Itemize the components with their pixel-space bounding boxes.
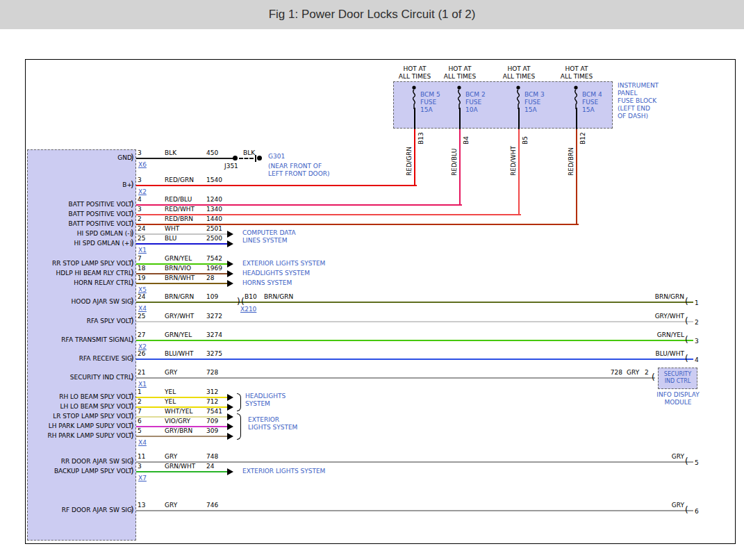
ground-bar-icon: [255, 155, 256, 162]
bcm-pin-label: BATT POSITIVE VOLT: [31, 201, 132, 208]
text-line: FUSE: [420, 99, 440, 106]
system-ref-link[interactable]: HEADLIGHTSSYSTEM: [245, 393, 286, 408]
bcm-pin-label: RH PARK LAMP SUPLY VOLT: [31, 433, 132, 439]
pin-connector-icon: ): [131, 154, 134, 162]
wire-color-label-right: GRY: [629, 502, 684, 509]
pin-number: 21: [138, 370, 145, 376]
bcm-pin-label: RF DOOR AJAR SW SIG: [31, 507, 132, 513]
text-line: BCM 4: [582, 91, 602, 99]
wire-circuit-label: 1340: [206, 206, 222, 213]
pin-number: 1: [695, 300, 699, 306]
system-ref-link[interactable]: EXTERIOR LIGHTS SYSTEM: [242, 468, 325, 475]
fuse-drop-wire: [518, 129, 520, 215]
text-line: HEADLIGHTS SYSTEM: [242, 270, 310, 277]
bcm-pin-label: RR STOP LAMP SPLY VOLT: [31, 261, 132, 267]
hot-at-all-times-label: HOT ATALL TIMES: [497, 65, 540, 81]
connector-ref-link[interactable]: X210: [240, 306, 256, 313]
wire-color-label-right: BLU/WHT: [629, 351, 684, 357]
pin-connector-icon: ): [131, 210, 134, 218]
wire: [136, 461, 693, 463]
pin-connector-icon: ): [131, 269, 134, 277]
pin-connector-icon: (: [685, 506, 688, 514]
connector-ref-link[interactable]: X7: [138, 475, 147, 481]
system-ref-link[interactable]: EXTERIORLIGHTS SYSTEM: [248, 416, 297, 431]
text-line: 10A: [465, 106, 486, 114]
wire-arrow-icon: [227, 433, 233, 440]
security-module-name[interactable]: INFO DISPLAYMODULE: [654, 391, 702, 406]
pin-connector-icon: ): [131, 402, 134, 411]
wire-color-label: BRN/GRN: [264, 294, 293, 300]
system-ref-link[interactable]: EXTERIOR LIGHTS SYSTEM: [242, 260, 325, 267]
text-line: HOT AT: [438, 65, 481, 73]
pin-connector-icon: ): [131, 393, 134, 401]
connector-ref-link[interactable]: X2: [138, 344, 147, 350]
connector-ref-link[interactable]: X4: [138, 440, 147, 446]
system-ref-link[interactable]: COMPUTER DATALINES SYSTEM: [242, 229, 296, 245]
system-ref-link[interactable]: HORNS SYSTEM: [242, 279, 292, 287]
pin-number: 4: [695, 357, 699, 363]
connector-ref-link[interactable]: X1: [138, 247, 147, 254]
pin-connector-icon: (: [652, 373, 655, 381]
splice-dot-icon: [233, 156, 238, 160]
wire-arrow-icon: [227, 423, 233, 430]
text-line: HORNS SYSTEM: [242, 279, 292, 287]
wire-circuit-label: 7541: [206, 409, 222, 415]
wire-circuit-label: 109: [206, 294, 218, 300]
connector-ref-link[interactable]: X4: [138, 306, 147, 312]
pin-number: 13: [138, 502, 145, 509]
fuse-icon: [410, 85, 418, 109]
security-module-box: SECURITYIND CTRL: [658, 368, 697, 389]
wire: [136, 185, 417, 186]
wire-color-label-right: GRY: [627, 370, 639, 376]
bcm-pin-label: B+: [31, 182, 132, 188]
wire-circuit-label: 728: [206, 370, 218, 376]
connector-ref-link[interactable]: X5: [138, 287, 147, 293]
bcm-pin-label: LR STOP LAMP SPLY VOLT: [31, 413, 132, 420]
text-line: HOT AT: [555, 65, 598, 73]
wire-color-label: BRN/GRN: [165, 294, 194, 300]
pin-connector-icon: ): [131, 297, 134, 306]
pin-connector-icon: (: [685, 457, 688, 466]
bcm-pin-label: BATT POSITIVE VOLT: [31, 221, 132, 227]
wire-arrow-icon: [227, 270, 233, 277]
connector-ref-link[interactable]: X2: [138, 189, 147, 195]
wire-arrow-icon: [227, 231, 233, 238]
fuse-drop-wire: [576, 129, 577, 225]
bcm-pin-label: HDLP HI BEAM RLY CTRL: [31, 270, 132, 277]
fuse-label: BCM 4FUSE15A: [582, 91, 602, 114]
ground-ref-link[interactable]: G301: [268, 154, 285, 160]
pin-number: 5: [138, 428, 142, 434]
system-ref-link[interactable]: HEADLIGHTS SYSTEM: [242, 270, 310, 277]
brace-icon: [237, 393, 241, 411]
wire-arrow-icon: [227, 240, 233, 247]
bcm-pin-label: HOOD AJAR SW SIG: [31, 299, 132, 305]
bcm-pin-label: LH LO BEAM SPLY VOLT: [31, 404, 132, 410]
connector-ref-link[interactable]: X1: [138, 381, 147, 388]
text-line: FUSE: [524, 99, 545, 106]
wire-circuit-label: 3274: [206, 332, 222, 338]
wire-circuit-label: 1540: [206, 177, 222, 183]
pin-connector-icon: ): [131, 200, 134, 208]
fuse-label: BCM 2FUSE10A: [465, 91, 486, 114]
wire-color-label-right: GRY/WHT: [629, 313, 684, 320]
text-line: LINES SYSTEM: [242, 237, 296, 245]
pin-connector-icon: ): [131, 354, 134, 363]
bcm-pin-label: RFA TRANSMIT SIGNAL: [31, 337, 132, 343]
bcm-pin-label: BACKUP LAMP SPLY VOLT: [31, 468, 132, 475]
inline-connector-icon: (: [241, 297, 245, 306]
wire-circuit-label: 28: [206, 275, 214, 281]
connector-ref-link[interactable]: X6: [138, 162, 147, 168]
pin-number: 2: [645, 370, 649, 376]
wire-circuit-label: 450: [206, 150, 218, 156]
pin-connector-icon: ): [131, 279, 134, 287]
wire-color-label: BLK: [243, 150, 255, 156]
text-line: ALL TIMES: [393, 73, 436, 81]
wire-arrow-icon: [227, 280, 233, 287]
text-line: PANEL: [618, 90, 659, 97]
pin-number: 18: [138, 265, 145, 272]
wire-arrow-icon: [227, 394, 233, 401]
pin-number: 24: [138, 294, 145, 300]
wire-color-label: RED/WHT: [165, 206, 195, 213]
pin-connector-icon: ): [131, 506, 134, 514]
pin-connector-icon: ): [131, 220, 134, 228]
